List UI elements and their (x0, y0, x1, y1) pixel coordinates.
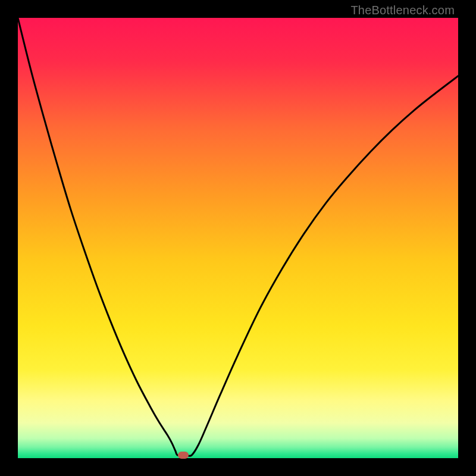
plot-area (18, 18, 458, 458)
bottleneck-curve (18, 18, 458, 458)
curve-path (18, 18, 458, 456)
watermark-text: TheBottleneck.com (350, 4, 455, 17)
optimal-point-marker (178, 452, 189, 459)
chart-frame: TheBottleneck.com (0, 0, 476, 476)
